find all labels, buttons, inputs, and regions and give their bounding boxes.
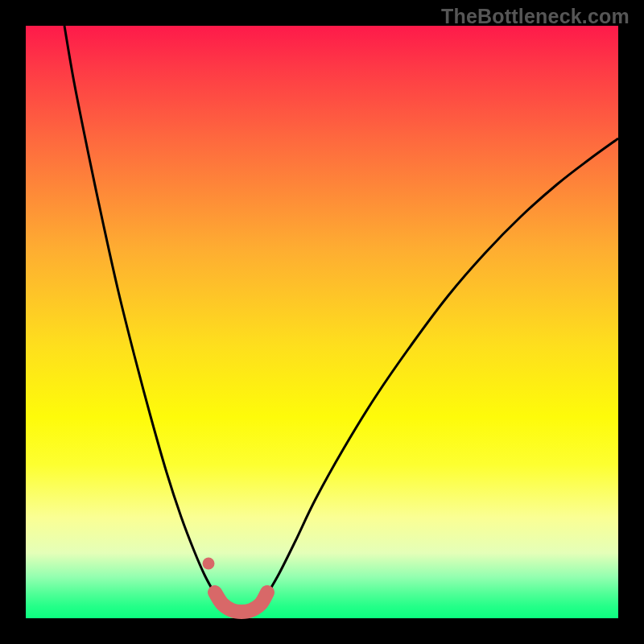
left-dip-marker bbox=[203, 558, 215, 570]
left-descending-curve bbox=[64, 26, 215, 594]
chart-frame: TheBottleneck.com bbox=[0, 0, 644, 644]
valley-bottom-cap bbox=[215, 592, 267, 612]
plot-gradient-area bbox=[26, 26, 618, 618]
watermark-text: TheBottleneck.com bbox=[441, 5, 630, 28]
right-ascending-curve bbox=[267, 138, 618, 594]
chart-svg bbox=[26, 26, 618, 618]
